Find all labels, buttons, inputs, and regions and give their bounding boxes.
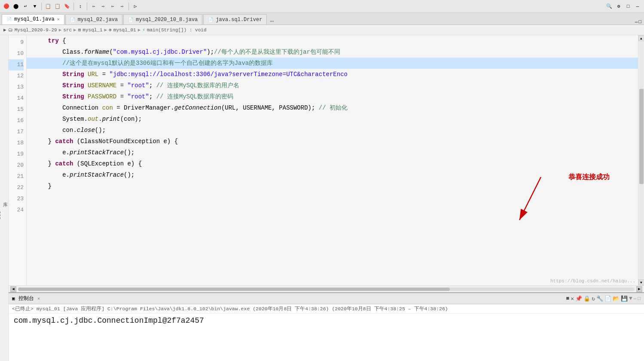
breadcrumb-part-5[interactable]: main(String[]) : void	[147, 28, 207, 33]
search-icon[interactable]: 🔍	[605, 3, 613, 10]
settings-icon[interactable]: ⚙	[615, 3, 623, 10]
toolbar-icon-2[interactable]: ⬤	[12, 3, 20, 10]
console-save-icon[interactable]: 💾	[621, 295, 628, 302]
code-line-14: String PASSWORD = "root"; // 连接MySQL数据库的…	[27, 91, 638, 102]
toolbar-icon-10[interactable]: ⇨	[99, 3, 107, 10]
restore-icon[interactable]: —	[634, 3, 641, 10]
line-num-20: 20	[9, 160, 24, 171]
console-tab-x[interactable]: ✕	[37, 296, 40, 301]
editor-wrapper: 9 10 11 12 13 14 15 16 17 18 19 20 21 22…	[9, 35, 644, 361]
scroll-left-arrow[interactable]: ◀	[10, 286, 16, 292]
toolbar-icon-7[interactable]: 🔖	[63, 3, 71, 10]
tab-java-sql-driver[interactable]: 📄 java.sql.Driver	[203, 14, 267, 24]
code-line-22: }	[27, 180, 638, 192]
toolbar-icon-1[interactable]: 🔴	[3, 3, 10, 10]
toolbar-icon-6[interactable]: 📋	[54, 3, 61, 10]
breadcrumb-sep-2: ▶	[73, 27, 76, 33]
comment-2: //这个是在mysql默认的是3306端口和有一个自己创建的名字为Java的数据…	[62, 60, 273, 67]
toolbar-icon-8[interactable]: ↕	[76, 3, 84, 10]
keyword-catch-2: catch	[55, 160, 73, 167]
breadcrumb-arrow: ▶	[3, 27, 6, 33]
console-minimize-icon[interactable]: —	[634, 296, 637, 301]
method-printstacktrace-2: printStackTrace	[70, 171, 124, 178]
code-line-23	[27, 192, 638, 203]
comment-5: // 初始化	[319, 104, 348, 111]
top-toolbar: 🔴 ⬤ ↩ ▼ 📋 📋 🔖 ↕ ⇦ ⇨ ⇦ ⇨ ▷ 🔍 ⚙ □ —	[0, 0, 644, 13]
tab-active-indicator: ✕	[57, 17, 60, 22]
scrollbar-up-arrow[interactable]: ▲	[638, 35, 644, 41]
breadcrumb-sep-3: ▶	[104, 27, 107, 33]
breadcrumb-part-1[interactable]: Mysql_2020-9-29	[15, 28, 57, 33]
string-driver: "com.mysql.cj.jdbc.Driver"	[113, 49, 207, 55]
toolbar-sep-4	[128, 3, 129, 10]
string-root-1: "root"	[127, 82, 149, 89]
method-print: print	[102, 116, 120, 122]
breadcrumb-part-3[interactable]: mysql_1	[82, 28, 102, 33]
console-copy-icon[interactable]: 📄	[604, 295, 611, 302]
line-num-24: 24	[9, 205, 24, 216]
code-line-21: e.printStackTrace();	[27, 169, 638, 180]
toolbar-icon-4[interactable]: ▼	[31, 3, 39, 10]
line-num-14: 14	[9, 93, 24, 104]
toolbar-icon-5[interactable]: 📋	[44, 3, 52, 10]
toolbar-icon-3[interactable]: ↩	[21, 3, 29, 10]
breadcrumb-part-4[interactable]: mysql_01	[113, 28, 136, 33]
line-num-9: 9	[9, 37, 24, 48]
maximize-window-icon[interactable]: □	[638, 19, 641, 24]
breadcrumb-sep-1: ▶	[59, 27, 62, 33]
scroll-track[interactable]	[18, 288, 635, 291]
minimize-icon[interactable]: —	[635, 19, 638, 24]
code-line-13: String USERNAME = "root"; // 连接MySQL数据库的…	[27, 80, 638, 91]
code-content[interactable]: try { Class.forName("com.mysql.cj.jdbc.D…	[27, 35, 638, 285]
tabs-bar: 📄 mysql_01.java ✕ 📄 mysql_02.java 📄 mysq…	[0, 13, 644, 25]
console-maximize-icon[interactable]: □	[638, 296, 641, 301]
console-panel: ▣ 控制台 ✕ ■ ✕ 📌 🔒 ↻ 🔧 📄 📂 💾 ▼ — □	[9, 292, 644, 361]
console-tab-label[interactable]: 控制台	[18, 295, 34, 302]
toolbar-icon-11[interactable]: ⇦	[109, 3, 116, 10]
scroll-right-arrow[interactable]: ▶	[636, 286, 642, 292]
console-pin-icon[interactable]: 📌	[575, 295, 582, 302]
keyword-string-1: String	[62, 71, 84, 78]
scrollbar-track[interactable]	[639, 42, 644, 279]
code-line-11: //这个是在mysql默认的是3306端口和有一个自己创建的名字为Java的数据…	[27, 58, 638, 69]
console-filter-icon[interactable]: 🔧	[596, 295, 603, 302]
breadcrumb-part-5-icon: ⚡	[142, 27, 145, 33]
code-line-9: try {	[27, 35, 638, 46]
toolbar-icon-13[interactable]: ▷	[131, 3, 139, 10]
tab-mysql-01[interactable]: 📄 mysql_01.java ✕	[2, 14, 64, 24]
line-num-13: 13	[9, 82, 24, 93]
method-close: close	[77, 127, 95, 134]
tab-extra[interactable]: ↔	[270, 18, 274, 24]
scrollbar-thumb[interactable]	[639, 89, 644, 184]
scrollbar-down-arrow[interactable]: ▼	[638, 279, 644, 285]
scroll-thumb[interactable]	[18, 288, 450, 291]
comment-3: // 连接MySQL数据库的用户名	[156, 82, 239, 89]
line-num-11: 11	[9, 59, 24, 70]
var-password: PASSWORD	[88, 93, 116, 100]
horizontal-scroll[interactable]: ◀ ▶	[9, 285, 644, 292]
console-toolbar: ■ ✕ 📌 🔒 ↻ 🔧 📄 📂 💾 ▼ — □	[566, 295, 641, 302]
console-refresh-icon[interactable]: ↻	[592, 295, 595, 302]
console-terminate-icon[interactable]: ■	[566, 295, 570, 302]
watermark: https://blog.csdn.net/haiqu...	[550, 278, 635, 284]
breadcrumb-part-2[interactable]: src	[63, 28, 72, 33]
maximize-icon[interactable]: □	[624, 3, 632, 10]
method-printstacktrace-1: printStackTrace	[70, 149, 124, 156]
console-clear-icon[interactable]: ✕	[571, 295, 574, 302]
tab-mysql-02[interactable]: 📄 mysql_02.java	[65, 14, 123, 24]
toolbar-icon-12[interactable]: ⇨	[118, 3, 126, 10]
code-line-10: Class.forName("com.mysql.cj.jdbc.Driver"…	[27, 46, 638, 58]
console-scroll-lock-icon[interactable]: 🔒	[583, 295, 590, 302]
tab-mysql-2020[interactable]: 📄 mysql_2020_10_8.java	[123, 14, 202, 24]
tab-icon-1: 📄	[6, 17, 12, 22]
line-num-21: 21	[9, 171, 24, 182]
right-scrollbar[interactable]: ▲ ▼	[638, 35, 644, 285]
toolbar-icon-9[interactable]: ⇦	[90, 3, 98, 10]
code-line-16: System.out.print(con);	[27, 113, 638, 125]
console-dropdown-icon[interactable]: ▼	[629, 295, 632, 302]
var-username: USERNAME	[88, 82, 116, 89]
console-open-icon[interactable]: 📂	[613, 295, 620, 302]
code-line-17: con.close();	[27, 125, 638, 136]
breadcrumb-icon: 🗂	[8, 27, 13, 33]
code-line-18: } catch (ClassNotFoundException e) {	[27, 136, 638, 147]
